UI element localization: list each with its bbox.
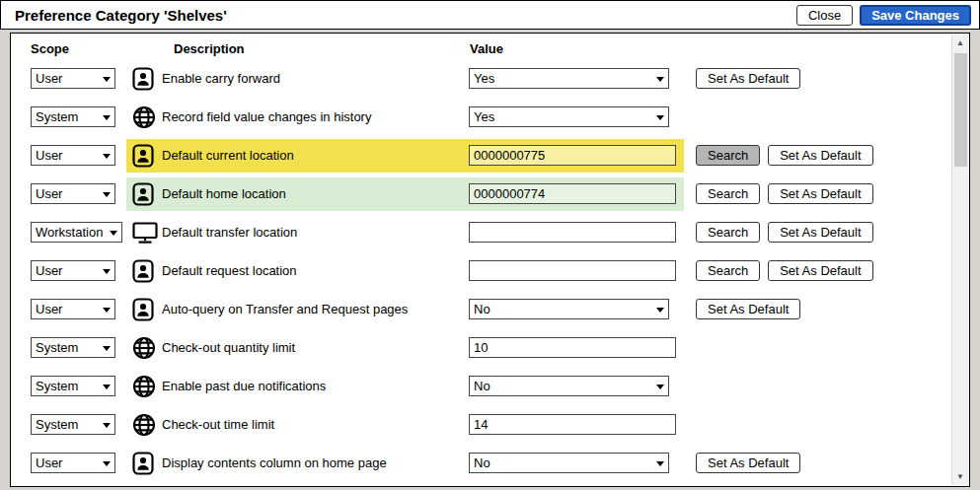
preference-description: Default home location [162, 186, 469, 201]
row-actions: SearchSet As Default [696, 145, 873, 166]
preference-row: User Enable carry forward Yes Set As Def… [31, 59, 945, 98]
scope-select[interactable]: User [31, 68, 115, 89]
row-actions: Set As Default [696, 68, 800, 89]
user-badge-icon [132, 259, 162, 283]
scope-select[interactable]: User [31, 453, 115, 473]
user-badge-icon [132, 182, 162, 206]
scope-select[interactable]: User [31, 260, 115, 281]
preference-row: System Record field value changes in his… [31, 98, 945, 136]
search-button[interactable]: Search [696, 183, 760, 204]
set-as-default-button[interactable]: Set As Default [768, 183, 872, 204]
scope-select[interactable]: User [31, 299, 115, 319]
row-highlight-band: Auto-query on Transfer and Request pages… [126, 293, 684, 326]
scope-select[interactable]: System [31, 414, 115, 435]
row-highlight-band: Check-out quantity limit [126, 331, 684, 365]
scope-cell: User [31, 453, 126, 473]
search-button[interactable]: Search [696, 222, 760, 243]
value-cell [469, 222, 676, 243]
preference-row: User Auto-query on Transfer and Request … [31, 290, 945, 328]
globe-icon [132, 336, 162, 360]
set-as-default-button[interactable]: Set As Default [696, 453, 800, 473]
scope-cell: Workstation [31, 222, 126, 243]
row-highlight-band: Default current location [126, 139, 684, 173]
search-button[interactable]: Search [696, 260, 760, 281]
value-cell: Yes [469, 106, 669, 127]
value-select[interactable]: No [469, 453, 669, 473]
set-as-default-button[interactable]: Set As Default [696, 299, 800, 319]
scope-cell: User [31, 145, 126, 166]
scope-column-header: Scope [31, 41, 174, 56]
preference-description: Default current location [162, 148, 469, 163]
dialog-titlebar: Preference Category 'Shelves' Close Save… [0, 0, 980, 30]
preference-description: Enable past due notifications [162, 379, 469, 393]
scroll-down-arrow-icon[interactable]: ▼ [952, 468, 968, 485]
scope-select[interactable]: System [31, 337, 115, 358]
preference-description: Default transfer location [162, 225, 469, 240]
value-cell [469, 337, 676, 358]
preference-row: User Display contents column on home pag… [31, 444, 945, 482]
set-as-default-button[interactable]: Set As Default [768, 145, 872, 166]
preference-description: Check-out quantity limit [162, 340, 469, 355]
value-cell: No [469, 453, 669, 473]
scope-cell: User [31, 68, 126, 89]
scope-cell: System [31, 376, 126, 396]
row-actions: SearchSet As Default [696, 222, 873, 243]
preference-row: User Default request location SearchSet … [31, 251, 945, 290]
row-actions: SearchSet As Default [696, 183, 873, 204]
scope-cell: System [31, 106, 126, 127]
preference-description: Default request location [162, 263, 469, 278]
value-input[interactable] [469, 414, 676, 435]
value-input[interactable] [469, 260, 676, 281]
vertical-scrollbar[interactable]: ▲ ▼ [951, 35, 968, 485]
value-cell [469, 260, 676, 281]
set-as-default-button[interactable]: Set As Default [696, 68, 800, 89]
preference-row: Workstation Default transfer location Se… [31, 213, 945, 251]
value-cell: No [469, 376, 669, 396]
row-highlight-band: Default request location [126, 254, 684, 288]
value-input[interactable] [469, 337, 676, 358]
row-highlight-band: Enable carry forward Yes [126, 62, 684, 96]
value-input[interactable] [469, 222, 676, 243]
preference-description: Auto-query on Transfer and Request pages [162, 302, 469, 316]
close-button[interactable]: Close [796, 5, 853, 26]
set-as-default-button[interactable]: Set As Default [768, 222, 872, 243]
save-changes-button[interactable]: Save Changes [860, 5, 971, 26]
value-select[interactable]: No [469, 376, 669, 396]
value-cell [469, 414, 676, 435]
value-input[interactable] [469, 183, 676, 204]
row-highlight-band: Default home location [126, 177, 684, 211]
scope-select[interactable]: System [31, 376, 115, 396]
value-select[interactable]: No [469, 299, 669, 319]
row-actions: Set As Default [696, 453, 800, 473]
scope-select[interactable]: Workstation [31, 222, 122, 243]
preference-row: User Default current location SearchSet … [31, 136, 945, 175]
value-cell [469, 183, 676, 204]
preference-row: User Default home location SearchSet As … [31, 175, 945, 213]
value-select[interactable]: Yes [469, 106, 669, 127]
scope-select[interactable]: User [31, 145, 115, 166]
preference-description: Check-out time limit [162, 417, 469, 432]
value-column-header: Value [470, 41, 503, 56]
value-select[interactable]: Yes [469, 68, 669, 89]
scope-cell: User [31, 260, 126, 281]
row-highlight-band: Check-out time limit [126, 408, 684, 442]
value-cell: No [469, 299, 669, 319]
set-as-default-button[interactable]: Set As Default [768, 260, 872, 281]
value-cell: Yes [469, 68, 669, 89]
preference-row: System Check-out time limit [31, 405, 945, 444]
scroll-up-arrow-icon[interactable]: ▲ [952, 35, 968, 51]
user-badge-icon [132, 452, 162, 475]
preference-description: Enable carry forward [162, 71, 469, 86]
scope-cell: System [31, 414, 126, 435]
scope-select[interactable]: System [31, 106, 115, 127]
value-input[interactable] [469, 145, 676, 166]
row-highlight-band: Record field value changes in history Ye… [126, 101, 684, 134]
globe-icon [132, 105, 162, 129]
row-actions: Set As Default [696, 299, 800, 319]
scope-select[interactable]: User [31, 183, 115, 204]
search-button[interactable]: Search [696, 145, 760, 166]
scrollbar-thumb[interactable] [954, 53, 967, 167]
user-badge-icon [132, 298, 162, 321]
page-title: Preference Category 'Shelves' [15, 7, 790, 24]
preference-row: System Check-out quantity limit [31, 328, 945, 367]
